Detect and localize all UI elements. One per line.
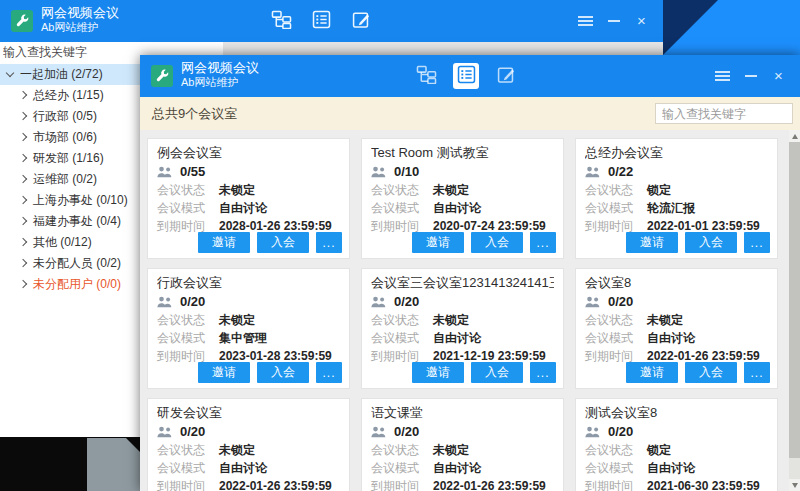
- participant-count-row: 0/55: [157, 162, 340, 181]
- participant-count-row: 0/20: [585, 292, 768, 311]
- tree-item[interactable]: 市场部 (0/6): [0, 127, 140, 148]
- meeting-list-window: 网会视频会议 Ab网站维护 × 总共9个会议室 例会会议室: [140, 55, 800, 491]
- sidebar-search-input[interactable]: [0, 43, 138, 62]
- join-button[interactable]: 入会: [257, 232, 309, 253]
- join-button[interactable]: 入会: [471, 362, 523, 383]
- status-row: 会议状态 未锁定: [371, 311, 554, 329]
- scrollbar[interactable]: [789, 130, 800, 491]
- room-name: 总经办会议室: [585, 143, 768, 162]
- invite-button[interactable]: 邀请: [412, 232, 464, 253]
- join-button[interactable]: 入会: [471, 232, 523, 253]
- menu-button[interactable]: [578, 14, 593, 28]
- app-subtitle: Ab网站维护: [41, 21, 119, 35]
- org-tree: 一起加油 (2/72) 总经办 (1/15) 行政部 (0/5) 市场部 (0/…: [0, 64, 140, 295]
- tree-item[interactable]: 福建办事处 (0/4): [0, 211, 140, 232]
- tree-item-label: 上海办事处 (0/10): [33, 192, 128, 209]
- meeting-list-icon-selected[interactable]: [453, 63, 479, 89]
- status-row: 会议状态 锁定: [585, 181, 768, 199]
- edit-meeting-icon[interactable]: [493, 63, 519, 89]
- chevron-icon: [19, 279, 27, 287]
- tree-item[interactable]: 一起加油 (2/72): [0, 64, 140, 85]
- bg-toolbar: [268, 8, 374, 34]
- tree-item[interactable]: 总经办 (1/15): [0, 85, 140, 106]
- status-row: 会议状态 未锁定: [157, 311, 340, 329]
- participant-count-row: 0/20: [157, 292, 340, 311]
- mode-row: 会议模式 自由讨论: [585, 329, 768, 347]
- menu-button[interactable]: [715, 69, 730, 83]
- invite-button[interactable]: 邀请: [198, 232, 250, 253]
- participant-count-row: 0/20: [371, 422, 554, 441]
- chevron-icon: [19, 237, 27, 245]
- mode-value: 自由讨论: [219, 199, 267, 217]
- tree-item[interactable]: 其他 (0/12): [0, 232, 140, 253]
- status-row: 会议状态 锁定: [585, 441, 768, 459]
- room-card: 例会会议室 0/55 会议状态 未锁定 会议模式 自由讨论 到期时间 2028-…: [147, 138, 350, 259]
- participants-icon: [371, 296, 387, 308]
- invite-button[interactable]: 邀请: [626, 232, 678, 253]
- scroll-thumb[interactable]: [789, 142, 800, 458]
- participants-icon: [157, 296, 173, 308]
- more-button[interactable]: ...: [744, 362, 770, 383]
- tree-item[interactable]: 运维部 (0/2): [0, 169, 140, 190]
- room-name: 会议室三会议室123141324141三会...: [371, 273, 554, 292]
- tree-item[interactable]: 研发部 (1/16): [0, 148, 140, 169]
- close-icon: ×: [774, 69, 783, 83]
- wrench-icon: [155, 69, 170, 84]
- more-button[interactable]: ...: [530, 232, 556, 253]
- mode-row: 会议模式 自由讨论: [371, 459, 554, 477]
- more-button[interactable]: ...: [744, 232, 770, 253]
- participants-icon: [585, 426, 601, 438]
- tree-item[interactable]: 未分配人员 (0/2): [0, 253, 140, 274]
- close-icon: ×: [637, 14, 646, 28]
- join-button[interactable]: 入会: [257, 362, 309, 383]
- invite-button[interactable]: 邀请: [412, 362, 464, 383]
- room-search-input[interactable]: [655, 103, 793, 124]
- status-row: 会议状态 未锁定: [157, 441, 340, 459]
- scroll-up-button[interactable]: [789, 130, 800, 142]
- wallpaper-slate-stripe: [0, 437, 140, 491]
- mode-label: 会议模式: [157, 199, 211, 217]
- status-value: 锁定: [647, 181, 671, 199]
- desktop-wallpaper-top-right: [663, 0, 800, 55]
- participant-count: 0/20: [180, 424, 205, 439]
- card-actions: 邀请 入会 ...: [412, 232, 556, 253]
- room-grid: 例会会议室 0/55 会议状态 未锁定 会议模式 自由讨论 到期时间 2028-…: [147, 138, 800, 491]
- app-logo: [151, 65, 173, 87]
- meeting-list-icon[interactable]: [308, 8, 334, 34]
- desktop-wallpaper-bottom-left: [0, 437, 140, 491]
- join-button[interactable]: 入会: [685, 362, 737, 383]
- room-card: 总经办会议室 0/22 会议状态 锁定 会议模式 轮流汇报 到期时间 2022-…: [575, 138, 778, 259]
- org-chart-icon[interactable]: [413, 63, 439, 89]
- edit-meeting-icon[interactable]: [348, 8, 374, 34]
- status-label: 会议状态: [157, 441, 211, 459]
- more-button[interactable]: ...: [530, 362, 556, 383]
- more-button[interactable]: ...: [316, 232, 342, 253]
- close-button[interactable]: ×: [634, 14, 649, 28]
- status-row: 会议状态 未锁定: [157, 181, 340, 199]
- tree-item[interactable]: 未分配用户 (0/0): [0, 274, 140, 295]
- tree-item-label: 未分配用户 (0/0): [33, 276, 121, 293]
- org-chart-icon[interactable]: [268, 8, 294, 34]
- scroll-down-button[interactable]: [789, 479, 800, 491]
- participants-icon: [585, 166, 601, 178]
- status-label: 会议状态: [585, 181, 639, 199]
- more-button[interactable]: ...: [316, 362, 342, 383]
- chevron-icon: [19, 153, 27, 161]
- tree-item[interactable]: 行政部 (0/5): [0, 106, 140, 127]
- close-button[interactable]: ×: [771, 69, 786, 83]
- participant-count: 0/20: [394, 294, 419, 309]
- mode-label: 会议模式: [585, 199, 639, 217]
- tree-item-label: 一起加油 (2/72): [20, 66, 103, 83]
- invite-button[interactable]: 邀请: [626, 362, 678, 383]
- minimize-button[interactable]: [606, 14, 621, 28]
- wrench-icon: [15, 14, 30, 29]
- minimize-button[interactable]: [743, 69, 758, 83]
- tree-item-label: 福建办事处 (0/4): [33, 213, 121, 230]
- tree-item[interactable]: 上海办事处 (0/10): [0, 190, 140, 211]
- app-title: 网会视频会议: [181, 60, 259, 76]
- expire-label: 到期时间: [585, 477, 639, 491]
- expire-row: 到期时间 2021-06-30 23:59:59: [585, 477, 768, 491]
- invite-button[interactable]: 邀请: [198, 362, 250, 383]
- join-button[interactable]: 入会: [685, 232, 737, 253]
- chevron-icon: [19, 174, 27, 182]
